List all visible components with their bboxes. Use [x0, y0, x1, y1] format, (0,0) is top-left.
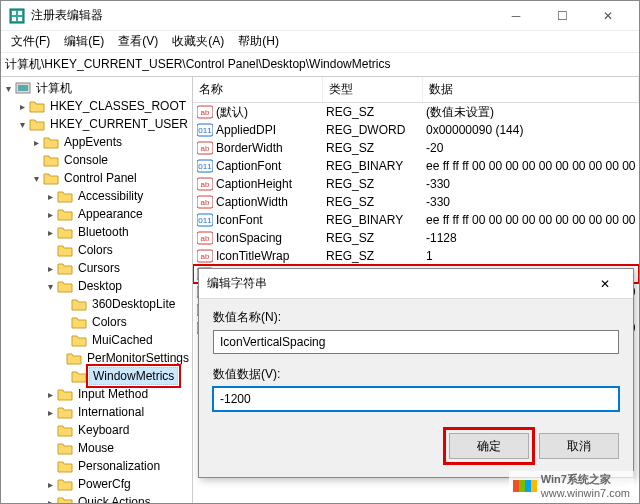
- tree-label: Appearance: [75, 206, 146, 222]
- tree-item-powercfg[interactable]: ▸PowerCfg: [1, 475, 192, 493]
- expand-icon[interactable]: ▸: [43, 263, 57, 274]
- titlebar[interactable]: 注册表编辑器 ─ ☐ ✕: [1, 1, 639, 31]
- maximize-button[interactable]: ☐: [539, 1, 585, 31]
- minimize-button[interactable]: ─: [493, 1, 539, 31]
- tree-item-appearance[interactable]: ▸Appearance: [1, 205, 192, 223]
- title-text: 注册表编辑器: [31, 7, 493, 24]
- tree-label: PowerCfg: [75, 476, 134, 492]
- string-value-icon: ab: [197, 231, 213, 245]
- expand-icon[interactable]: ▸: [43, 479, 57, 490]
- value-name: (默认): [216, 104, 326, 121]
- tree-item-keyboard[interactable]: Keyboard: [1, 421, 192, 439]
- expand-icon[interactable]: ▸: [15, 101, 29, 112]
- dialog-close-button[interactable]: ✕: [585, 270, 625, 298]
- menu-edit[interactable]: 编辑(E): [58, 31, 110, 52]
- folder-icon: [57, 279, 73, 293]
- close-button[interactable]: ✕: [585, 1, 631, 31]
- folder-icon: [71, 297, 87, 311]
- expand-icon[interactable]: ▸: [43, 389, 57, 400]
- tree-item-windowmetrics[interactable]: WindowMetrics: [1, 367, 192, 385]
- value-row[interactable]: 011AppliedDPIREG_DWORD0x00000090 (144): [193, 121, 639, 139]
- value-row[interactable]: ab(默认)REG_SZ(数值未设置): [193, 103, 639, 121]
- tree-label: Mouse: [75, 440, 117, 456]
- svg-text:ab: ab: [201, 144, 210, 153]
- string-value-icon: ab: [197, 177, 213, 191]
- value-data: -330: [426, 195, 639, 209]
- folder-icon: [43, 153, 59, 167]
- ok-button[interactable]: 确定: [449, 433, 529, 459]
- expand-icon[interactable]: ▸: [29, 137, 43, 148]
- tree-item-colors[interactable]: Colors: [1, 313, 192, 331]
- tree-label: Quick Actions: [75, 494, 154, 503]
- tree-item-hkeyclassesroot[interactable]: ▸HKEY_CLASSES_ROOT: [1, 97, 192, 115]
- value-row[interactable]: 011CaptionFontREG_BINARYee ff ff ff 00 0…: [193, 157, 639, 175]
- name-label: 数值名称(N):: [213, 309, 619, 326]
- tree-item-muicached[interactable]: MuiCached: [1, 331, 192, 349]
- tree-label: 计算机: [33, 79, 75, 98]
- folder-icon: [43, 135, 59, 149]
- menu-file[interactable]: 文件(F): [5, 31, 56, 52]
- tree-item-[interactable]: ▾计算机: [1, 79, 192, 97]
- folder-icon: [57, 189, 73, 203]
- value-data: (数值未设置): [426, 104, 639, 121]
- col-name[interactable]: 名称: [193, 77, 323, 102]
- binary-value-icon: 011: [197, 159, 213, 173]
- tree-item-mouse[interactable]: Mouse: [1, 439, 192, 457]
- expand-icon[interactable]: ▸: [43, 227, 57, 238]
- folder-icon: [57, 387, 73, 401]
- name-input[interactable]: [213, 330, 619, 354]
- value-data: ee ff ff ff 00 00 00 00 00 00 00 00 00 0…: [426, 159, 639, 173]
- expand-icon[interactable]: ▾: [43, 281, 57, 292]
- expand-icon[interactable]: ▸: [43, 191, 57, 202]
- tree-pane[interactable]: ▾计算机▸HKEY_CLASSES_ROOT▾HKEY_CURRENT_USER…: [1, 77, 193, 503]
- col-data[interactable]: 数据: [423, 77, 639, 102]
- value-row[interactable]: 011IconFontREG_BINARYee ff ff ff 00 00 0…: [193, 211, 639, 229]
- menubar: 文件(F) 编辑(E) 查看(V) 收藏夹(A) 帮助(H): [1, 31, 639, 53]
- cancel-button[interactable]: 取消: [539, 433, 619, 459]
- value-row[interactable]: abCaptionWidthREG_SZ-330: [193, 193, 639, 211]
- value-name: IconFont: [216, 213, 326, 227]
- svg-text:ab: ab: [201, 198, 210, 207]
- address-bar[interactable]: 计算机\HKEY_CURRENT_USER\Control Panel\Desk…: [1, 53, 639, 77]
- tree-item-controlpanel[interactable]: ▾Control Panel: [1, 169, 192, 187]
- menu-help[interactable]: 帮助(H): [232, 31, 285, 52]
- col-type[interactable]: 类型: [323, 77, 423, 102]
- tree-item-console[interactable]: Console: [1, 151, 192, 169]
- value-row[interactable]: abBorderWidthREG_SZ-20: [193, 139, 639, 157]
- tree-item-desktop[interactable]: ▾Desktop: [1, 277, 192, 295]
- expand-icon[interactable]: ▾: [29, 173, 43, 184]
- value-row[interactable]: abIconSpacingREG_SZ-1128: [193, 229, 639, 247]
- tree-item-bluetooth[interactable]: ▸Bluetooth: [1, 223, 192, 241]
- svg-rect-3: [12, 17, 16, 21]
- folder-icon: [71, 369, 87, 383]
- tree-item-colors[interactable]: Colors: [1, 241, 192, 259]
- tree-item-international[interactable]: ▸International: [1, 403, 192, 421]
- win-flag-icon: [513, 480, 537, 492]
- value-name: CaptionHeight: [216, 177, 326, 191]
- tree-label: WindowMetrics: [89, 367, 178, 385]
- tree-item-360desktoplite[interactable]: 360DesktopLite: [1, 295, 192, 313]
- watermark: Win7系统之家 www.winwin7.com: [509, 471, 634, 500]
- value-type: REG_SZ: [326, 141, 426, 155]
- menu-view[interactable]: 查看(V): [112, 31, 164, 52]
- expand-icon[interactable]: ▸: [43, 407, 57, 418]
- tree-item-appevents[interactable]: ▸AppEvents: [1, 133, 192, 151]
- value-row[interactable]: abIconTitleWrapREG_SZ1: [193, 247, 639, 265]
- tree-item-quickactions[interactable]: ▸Quick Actions: [1, 493, 192, 503]
- value-row[interactable]: abCaptionHeightREG_SZ-330: [193, 175, 639, 193]
- expand-icon[interactable]: ▸: [43, 497, 57, 504]
- svg-text:011: 011: [198, 126, 212, 135]
- expand-icon[interactable]: ▾: [1, 83, 15, 94]
- tree-label: Accessibility: [75, 188, 146, 204]
- tree-item-personalization[interactable]: Personalization: [1, 457, 192, 475]
- expand-icon[interactable]: ▸: [43, 209, 57, 220]
- tree-item-permonitorsettings[interactable]: PerMonitorSettings: [1, 349, 192, 367]
- tree-item-cursors[interactable]: ▸Cursors: [1, 259, 192, 277]
- expand-icon[interactable]: ▾: [15, 119, 29, 130]
- tree-item-accessibility[interactable]: ▸Accessibility: [1, 187, 192, 205]
- tree-item-inputmethod[interactable]: ▸Input Method: [1, 385, 192, 403]
- dialog-titlebar[interactable]: 编辑字符串 ✕: [199, 269, 633, 299]
- data-input[interactable]: [213, 387, 619, 411]
- tree-item-hkeycurrentuser[interactable]: ▾HKEY_CURRENT_USER: [1, 115, 192, 133]
- menu-favorites[interactable]: 收藏夹(A): [166, 31, 230, 52]
